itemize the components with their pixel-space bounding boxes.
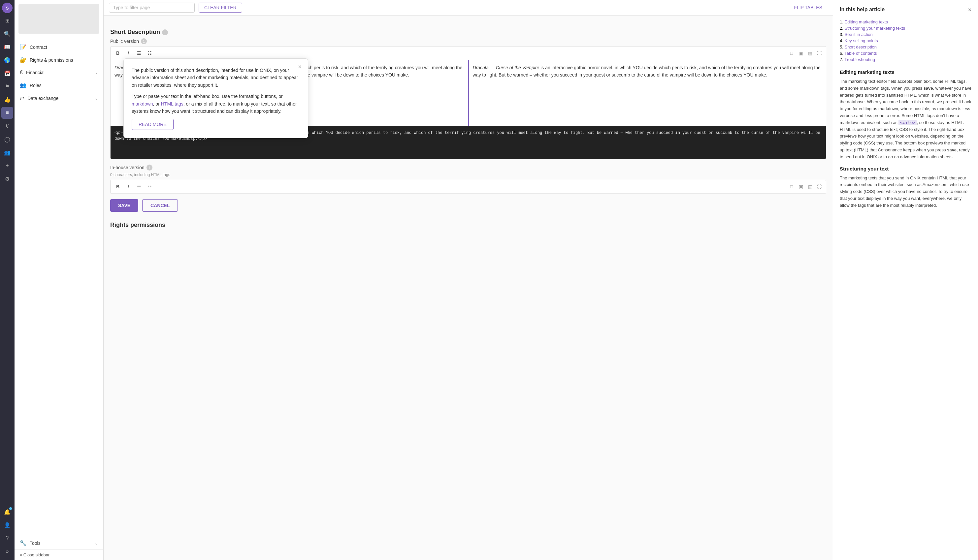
read-more-button[interactable]: READ MORE xyxy=(132,119,174,130)
toc-item-6: 6. Table of contents xyxy=(840,50,971,57)
toc-link-7[interactable]: Troubleshooting xyxy=(844,57,875,62)
main-content-area: CLEAR FILTER FLIP TABLES × The public ve… xyxy=(103,0,833,560)
public-version-info-icon[interactable]: 1 xyxy=(141,38,147,44)
section-header: Short Description i xyxy=(110,29,826,36)
sidebar-item-contract[interactable]: 📝 Contract xyxy=(15,40,103,53)
search-icon-button[interactable]: 🔍 xyxy=(1,28,13,40)
sidebar-item-roles[interactable]: 👥 Roles xyxy=(15,79,103,92)
toc-item-2: 2. Structuring your marketing texts xyxy=(840,25,971,31)
tooltip-line1: The public version of this short descrip… xyxy=(132,67,300,89)
financial-icon: € xyxy=(20,70,23,75)
calendar-icon-button[interactable]: 📅 xyxy=(1,67,13,79)
help-toc: 1. Editing marketing texts 2. Structurin… xyxy=(840,19,971,63)
sidebar-item-financial[interactable]: € Financial ⌄ xyxy=(15,66,103,79)
sidebar-item-rights[interactable]: 🔐 Rights & permissions xyxy=(15,53,103,66)
help-section1-body: The marketing text editor field accepts … xyxy=(840,78,971,161)
flip-tables-button[interactable]: FLIP TABLES xyxy=(789,3,828,12)
book-thumbnail xyxy=(18,4,99,33)
inhouse-editor: B I ☰ ☷ □ ▣ ▧ ⛶ xyxy=(110,180,826,194)
toc-link-6[interactable]: Table of contents xyxy=(844,51,877,56)
action-buttons: SAVE CANCEL xyxy=(110,199,826,212)
avatar-button[interactable]: S xyxy=(2,3,13,13)
people-icon-button[interactable]: 👥 xyxy=(1,147,13,158)
inhouse-fullscreen-button[interactable]: ⛶ xyxy=(815,183,823,191)
toc-link-2[interactable]: Structuring your marketing texts xyxy=(844,26,905,31)
sidebar-icon-rail: S ⊞ 🔍 📖 🌎 📅 ⚑ 👍 ≡ € ◯ 👥 + ⚙ 🔔 👤 ? » xyxy=(0,0,15,560)
filter-input[interactable] xyxy=(109,3,195,13)
help-close-button[interactable]: × xyxy=(968,7,971,13)
question-icon-button[interactable]: ? xyxy=(1,532,13,544)
tooltip-line2: Type or paste your text in the left-hand… xyxy=(132,93,300,115)
editor-preview-area: Dracula — Curse of the Vampire is an int… xyxy=(469,60,826,126)
inhouse-ordered-list-button[interactable]: ☰ xyxy=(134,182,144,191)
flag-icon-button[interactable]: ⚑ xyxy=(1,80,13,92)
inhouse-resize-icon-3[interactable]: ▧ xyxy=(806,183,814,191)
inhouse-version-info-icon[interactable]: i xyxy=(147,165,152,170)
html-tags-link[interactable]: HTML tags xyxy=(161,101,184,107)
toc-link-3[interactable]: See it in action xyxy=(844,32,873,37)
inhouse-resize-icon-2[interactable]: ▣ xyxy=(797,183,805,191)
tooltip-close-button[interactable]: × xyxy=(296,63,304,71)
toc-link-4[interactable]: Key selling points xyxy=(844,38,878,43)
book-icon-button[interactable]: 📖 xyxy=(1,41,13,53)
list-icon-button[interactable]: ≡ xyxy=(1,107,13,119)
euro-icon-button[interactable]: € xyxy=(1,120,13,132)
sidebar-item-tools[interactable]: 🔧 Tools ⌄ xyxy=(15,537,103,550)
toc-link-5[interactable]: Short description xyxy=(844,45,877,50)
toc-item-7: 7. Troubleshooting xyxy=(840,57,971,63)
globe-icon-button[interactable]: 🌎 xyxy=(1,54,13,66)
ordered-list-button[interactable]: ☰ xyxy=(134,48,144,58)
grid-icon-button[interactable]: ⊞ xyxy=(1,15,13,27)
inhouse-resize-icon-1[interactable]: □ xyxy=(788,183,796,191)
resize-icon-2[interactable]: ▣ xyxy=(797,49,805,57)
tooltip-line2-part1: Type or paste your text in the left-hand… xyxy=(132,94,283,99)
cancel-button[interactable]: CANCEL xyxy=(142,199,178,212)
tools-icon: 🔧 xyxy=(20,540,27,546)
markdown-link[interactable]: markdown xyxy=(132,101,153,107)
toc-link-1[interactable]: Editing marketing texts xyxy=(844,20,888,24)
close-sidebar-button[interactable]: « Close sidebar xyxy=(15,550,103,560)
sidebar-item-rights-label: Rights & permissions xyxy=(30,57,98,63)
sidebar-item-data-exchange[interactable]: ⇄ Data exchange ⌄ xyxy=(15,92,103,105)
rights-permissions-label: Rights permissions xyxy=(110,222,826,228)
thumbs-icon-button[interactable]: 👍 xyxy=(1,94,13,105)
resize-icon-1[interactable]: □ xyxy=(788,49,796,57)
italic-button[interactable]: I xyxy=(124,48,133,58)
divider xyxy=(15,39,103,39)
help-panel-title: In this help article xyxy=(840,7,885,13)
help-section2-body: The marketing texts that you send in ONI… xyxy=(840,175,971,209)
expand-icon-button[interactable]: » xyxy=(1,545,13,557)
notification-bell-button[interactable]: 🔔 xyxy=(1,506,13,518)
sidebar-item-contract-label: Contract xyxy=(30,45,98,50)
save-button[interactable]: SAVE xyxy=(110,199,138,212)
main-sidebar: 📝 Contract 🔐 Rights & permissions € Fina… xyxy=(15,0,103,560)
toc-item-5: 5. Short description xyxy=(840,44,971,50)
fullscreen-button[interactable]: ⛶ xyxy=(815,49,823,57)
help-s1-p1-part2: , whatever you have entered gets turned … xyxy=(840,86,971,125)
content-scroll-area: × The public version of this short descr… xyxy=(103,15,833,560)
inhouse-unordered-list-button[interactable]: ☷ xyxy=(145,182,154,191)
inhouse-editor-toolbar: B I ☰ ☷ □ ▣ ▧ ⛶ xyxy=(110,180,826,193)
toolbar: CLEAR FILTER FLIP TABLES xyxy=(103,0,833,15)
gauge-icon-button[interactable]: ◯ xyxy=(1,133,13,145)
notification-badge xyxy=(9,507,12,510)
section-info-icon[interactable]: i xyxy=(162,29,168,35)
toc-num-5: 5. xyxy=(840,45,843,50)
sidebar-tools-label: Tools xyxy=(30,540,92,546)
pin-icon-button[interactable]: + xyxy=(1,160,13,172)
bold-button[interactable]: B xyxy=(113,48,122,58)
sidebar-item-financial-label: Financial xyxy=(26,70,92,75)
contract-icon: 📝 xyxy=(20,44,27,50)
clear-filter-button[interactable]: CLEAR FILTER xyxy=(199,3,242,13)
unordered-list-button[interactable]: ☷ xyxy=(145,48,154,58)
inhouse-bold-button[interactable]: B xyxy=(113,182,122,191)
help-section1-p1: The marketing text editor field accepts … xyxy=(840,78,971,161)
data-exchange-chevron-icon: ⌄ xyxy=(95,96,98,101)
settings-icon-button[interactable]: ⚙ xyxy=(1,173,13,185)
editor-toolbar: B I ☰ ☷ □ ▣ ▧ ⛶ xyxy=(110,47,826,60)
resize-icon-3[interactable]: ▧ xyxy=(806,49,814,57)
inhouse-italic-button[interactable]: I xyxy=(124,182,133,191)
toc-num-7: 7. xyxy=(840,57,843,62)
sidebar-item-roles-label: Roles xyxy=(30,83,98,88)
person-icon-button[interactable]: 👤 xyxy=(1,519,13,531)
